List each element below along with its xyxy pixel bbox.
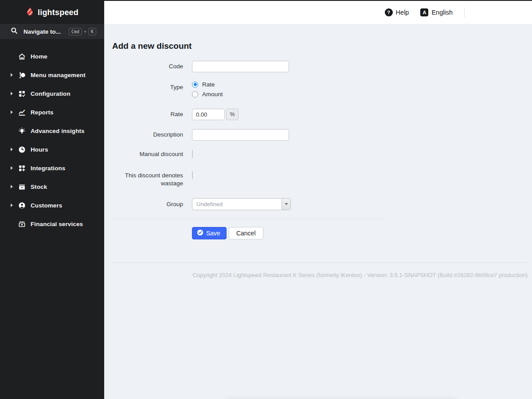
sidebar-item-configuration[interactable]: Configuration	[0, 84, 104, 103]
chevron-right-icon[interactable]	[11, 166, 18, 170]
radio-option-rate[interactable]: Rate	[192, 81, 528, 88]
rate-radio[interactable]	[192, 82, 198, 88]
chevron-right-icon[interactable]	[11, 110, 18, 114]
logo-text: lightspeed	[38, 8, 78, 17]
sidebar-nav: HomeMenu managementConfigurationReportsA…	[0, 47, 104, 233]
cancel-button[interactable]: Cancel	[229, 227, 263, 239]
sidebar-item-label: Home	[31, 53, 47, 60]
lightspeed-logo[interactable]: lightspeed	[0, 0, 104, 23]
chevron-right-icon[interactable]	[11, 203, 18, 207]
cmd-key-badge: Cmd	[69, 28, 82, 35]
sidebar-item-hours[interactable]: Hours	[0, 140, 104, 159]
code-row: Code	[112, 61, 528, 72]
description-row: Description	[112, 129, 528, 141]
search-icon	[11, 27, 18, 36]
topbar: ? Help A English	[104, 1, 532, 24]
chevron-right-icon[interactable]	[11, 185, 18, 188]
check-circle-icon	[197, 229, 203, 237]
language-menu[interactable]: A English	[420, 8, 453, 16]
page-title: Add a new discount	[112, 41, 528, 51]
language-icon: A	[420, 8, 428, 16]
button-row: Save Cancel	[192, 227, 528, 239]
key-separator: +	[84, 29, 86, 34]
sidebar-item-label: Menu management	[31, 72, 86, 78]
configuration-icon	[18, 90, 26, 98]
rate-row: Rate %	[112, 109, 528, 120]
flame-icon	[26, 6, 34, 19]
customers-icon	[18, 202, 26, 209]
help-label: Help	[396, 9, 409, 16]
sidebar: lightspeed Navigate to... Cmd + K HomeMe…	[0, 0, 104, 399]
reports-icon	[18, 109, 26, 116]
navigate-search[interactable]: Navigate to... Cmd + K	[0, 24, 104, 39]
sidebar-item-menu-management[interactable]: Menu management	[0, 66, 104, 84]
chevron-right-icon[interactable]	[11, 148, 18, 151]
content: Add a new discount Code Type Rate Amount…	[104, 24, 532, 399]
sidebar-item-label: Stock	[31, 184, 47, 190]
rate-label: Rate	[112, 110, 183, 118]
sidebar-item-label: Integrations	[31, 165, 65, 172]
insights-icon	[18, 127, 26, 135]
rate-input[interactable]	[192, 109, 225, 120]
sidebar-item-stock[interactable]: Stock	[0, 177, 104, 196]
save-button-label: Save	[206, 230, 220, 237]
menu-management-icon	[18, 71, 26, 79]
sidebar-item-label: Financial services	[31, 221, 83, 227]
type-radio-group: Rate Amount	[192, 81, 528, 98]
help-menu[interactable]: ? Help	[385, 8, 409, 16]
sidebar-item-label: Configuration	[31, 90, 70, 97]
group-select-value: Undefined	[192, 199, 282, 210]
footer-divider	[112, 262, 528, 263]
code-input[interactable]	[192, 61, 289, 72]
amount-radio-label: Amount	[202, 91, 223, 98]
wastage-checkbox[interactable]	[192, 171, 193, 180]
description-input[interactable]	[192, 129, 289, 141]
group-label: Group	[112, 200, 183, 208]
percent-addon: %	[226, 109, 239, 120]
language-label: English	[431, 9, 453, 16]
financial-services-icon	[18, 220, 26, 228]
stock-icon	[18, 183, 26, 191]
dropdown-arrow-icon[interactable]	[282, 199, 290, 210]
wastage-label: This discount denotes wastage	[112, 172, 183, 188]
manual-discount-label: Manual discount	[112, 150, 183, 158]
code-label: Code	[112, 63, 183, 70]
sidebar-item-advanced-insights[interactable]: Advanced insights	[0, 121, 104, 140]
type-label: Type	[112, 83, 183, 91]
amount-radio[interactable]	[192, 91, 198, 98]
sidebar-item-home[interactable]: Home	[0, 47, 104, 66]
group-select[interactable]: Undefined	[192, 198, 291, 210]
cancel-button-label: Cancel	[236, 230, 256, 237]
group-row: Group Undefined	[112, 198, 528, 210]
sidebar-item-label: Advanced insights	[31, 128, 85, 134]
description-label: Description	[112, 131, 183, 139]
sidebar-item-label: Customers	[31, 202, 62, 209]
sidebar-item-label: Hours	[31, 146, 48, 153]
shortcut-keys: Cmd + K	[69, 28, 96, 35]
chevron-right-icon[interactable]	[11, 73, 18, 77]
chevron-right-icon[interactable]	[11, 92, 18, 95]
sidebar-item-customers[interactable]: Customers	[0, 196, 104, 215]
hours-icon	[18, 146, 26, 153]
manual-discount-row: Manual discount	[112, 150, 528, 158]
sidebar-item-financial-services[interactable]: Financial services	[0, 215, 104, 233]
form-divider	[112, 219, 386, 219]
help-icon: ?	[385, 8, 393, 16]
copyright-text: Copyright 2024 Lightspeed Restaurant K S…	[112, 272, 528, 278]
search-label: Navigate to...	[23, 28, 61, 35]
wastage-row: This discount denotes wastage	[112, 172, 528, 188]
integrations-icon	[18, 164, 26, 172]
main-area: ? Help A English Add a new discount Code…	[104, 0, 532, 399]
topbar-divider	[464, 8, 465, 17]
sidebar-item-reports[interactable]: Reports	[0, 103, 104, 121]
radio-option-amount[interactable]: Amount	[192, 91, 528, 98]
sidebar-item-label: Reports	[31, 109, 54, 116]
type-row: Type Rate Amount	[112, 81, 528, 98]
k-key-badge: K	[88, 28, 96, 35]
rate-radio-label: Rate	[202, 81, 215, 88]
home-icon	[18, 53, 26, 60]
manual-discount-checkbox[interactable]	[192, 150, 193, 158]
save-button[interactable]: Save	[192, 227, 227, 239]
sidebar-item-integrations[interactable]: Integrations	[0, 159, 104, 177]
